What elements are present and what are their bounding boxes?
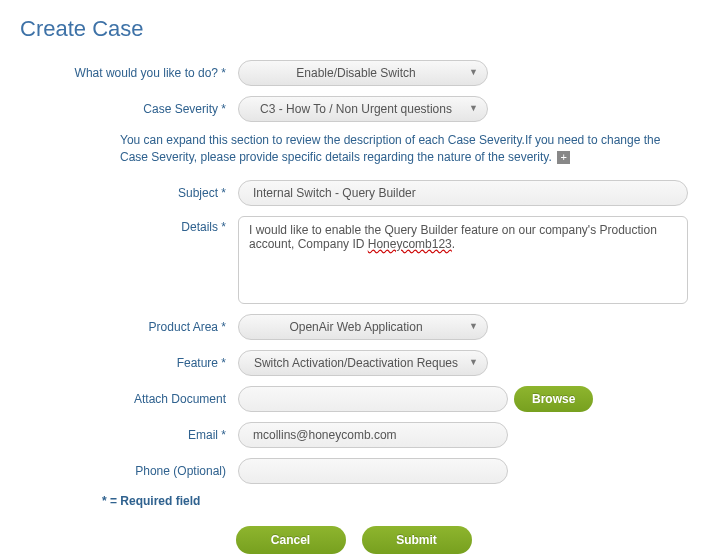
label-details: Details * <box>20 216 238 234</box>
label-attach: Attach Document <box>20 392 238 406</box>
severity-select[interactable]: C3 - How To / Non Urgent questions <box>238 96 488 122</box>
page-title: Create Case <box>20 16 687 42</box>
details-textarea[interactable]: I would like to enable the Query Builder… <box>238 216 688 304</box>
label-phone: Phone (Optional) <box>20 464 238 478</box>
attach-input[interactable] <box>238 386 508 412</box>
submit-button[interactable]: Submit <box>362 526 472 554</box>
label-product-area: Product Area * <box>20 320 238 334</box>
what-do-select[interactable]: Enable/Disable Switch <box>238 60 488 86</box>
email-input[interactable] <box>238 422 508 448</box>
product-area-select[interactable]: OpenAir Web Application <box>238 314 488 340</box>
label-subject: Subject * <box>20 186 238 200</box>
browse-button[interactable]: Browse <box>514 386 593 412</box>
severity-info-text: You can expand this section to review th… <box>20 132 687 166</box>
cancel-button[interactable]: Cancel <box>236 526 346 554</box>
label-what-do: What would you like to do? * <box>20 66 238 80</box>
phone-input[interactable] <box>238 458 508 484</box>
label-severity: Case Severity * <box>20 102 238 116</box>
expand-icon[interactable]: + <box>557 151 570 164</box>
label-email: Email * <box>20 428 238 442</box>
feature-select[interactable]: Switch Activation/Deactivation Reques <box>238 350 488 376</box>
required-note: * = Required field <box>102 494 687 508</box>
label-feature: Feature * <box>20 356 238 370</box>
subject-input[interactable] <box>238 180 688 206</box>
